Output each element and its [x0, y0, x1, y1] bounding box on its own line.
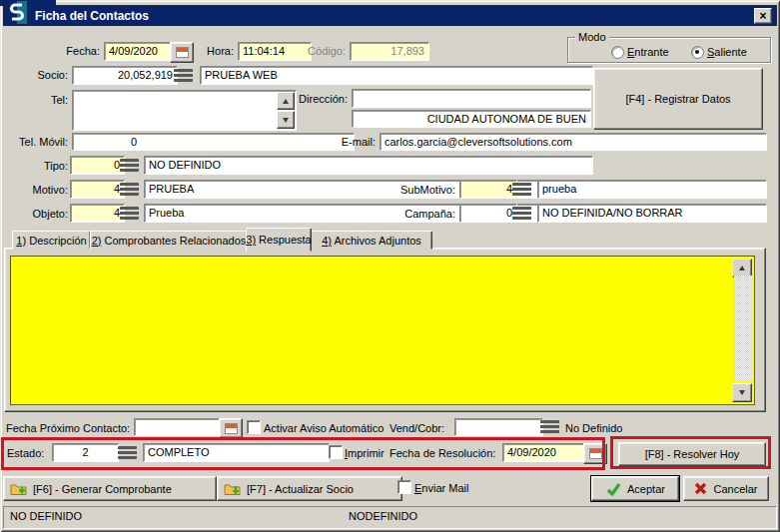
- fecha-label: Fecha:: [30, 45, 100, 58]
- saliente-radio-label[interactable]: Saliente: [707, 46, 747, 59]
- registrar-datos-button[interactable]: [F4] - Registrar Datos: [593, 68, 763, 130]
- email-label: E-mail:: [296, 136, 376, 149]
- fecha-proximo-calendar-button[interactable]: [219, 418, 243, 438]
- enviar-mail-label[interactable]: Enviar Mail: [414, 482, 468, 495]
- x-icon: [694, 482, 707, 495]
- submotivo-code-input[interactable]: 4: [459, 180, 517, 199]
- campana-code-input[interactable]: 0: [459, 204, 517, 223]
- estado-lookup-icon[interactable]: [118, 446, 137, 459]
- calendar-icon: [589, 448, 602, 459]
- resolver-hoy-button[interactable]: [F8] - Resolver Hoy: [618, 442, 766, 466]
- folder-plus-icon: [10, 482, 27, 495]
- hora-label: Hora:: [194, 45, 234, 58]
- submotivo-label: SubMotivo:: [376, 184, 455, 197]
- campana-label: Campaña:: [376, 208, 455, 221]
- status-bar: NO DEFINIDO NODEFINIDO: [3, 506, 777, 529]
- estado-label: Estado:: [7, 447, 44, 460]
- imprimir-checkbox[interactable]: [329, 445, 343, 459]
- vend-cobr-lookup-icon[interactable]: [540, 420, 559, 433]
- fecha-input[interactable]: 4/09/2020: [104, 42, 176, 61]
- codigo-label: Código:: [280, 45, 346, 58]
- socio-code-input[interactable]: 20,052,919: [72, 66, 178, 85]
- generar-comprobante-button[interactable]: [F6] - Generar Comprobante: [3, 476, 217, 501]
- campana-lookup-icon[interactable]: [512, 207, 531, 220]
- fecha-proximo-contacto-input[interactable]: [134, 418, 225, 436]
- status-right: NODEFINIDO: [349, 510, 417, 523]
- objeto-lookup-icon[interactable]: [120, 207, 139, 220]
- actualizar-socio-button[interactable]: [F7] - Actualizar Socio: [217, 476, 402, 501]
- tipo-code-input[interactable]: 0: [70, 156, 125, 175]
- fecha-resolucion-calendar-button[interactable]: [583, 443, 607, 464]
- estado-desc-field: COMPLETO: [143, 443, 330, 462]
- respuesta-scrollbar-track[interactable]: [734, 275, 752, 381]
- fecha-calendar-button[interactable]: [170, 42, 194, 63]
- codigo-input: 17,893: [350, 42, 429, 61]
- tab-comprobantes-relacionados[interactable]: 2) Comprobantes Relacionados: [90, 231, 248, 250]
- activar-aviso-label[interactable]: Activar Aviso Automático: [264, 422, 384, 435]
- fecha-proximo-contacto-label: Fecha Próximo Contacto:: [6, 422, 130, 435]
- fecha-resolucion-input[interactable]: 4/09/2020: [502, 443, 589, 462]
- vend-cobr-desc: No Definido: [565, 422, 622, 435]
- tab-archivos-adjuntos[interactable]: 4) Archivos Adjuntos: [311, 231, 432, 250]
- tel-scroll-down-icon[interactable]: [277, 111, 295, 129]
- tab-respuesta[interactable]: 3) Respuesta: [246, 228, 312, 252]
- ficha-del-contactos-dialog: Ficha del Contactos × Fecha: 4/09/2020 H…: [0, 0, 780, 532]
- titlebar[interactable]: Ficha del Contactos ×: [3, 5, 777, 26]
- socio-label: Socio:: [10, 69, 68, 82]
- email-input[interactable]: carlos.garcia@cleversoftsolutions.com: [380, 133, 767, 151]
- modo-group-label: Modo: [575, 31, 609, 44]
- entrante-radio-label[interactable]: Entrante: [627, 46, 669, 59]
- window-title: Ficha del Contactos: [35, 9, 149, 23]
- direccion-line1-input[interactable]: [352, 89, 591, 108]
- enviar-mail-checkbox[interactable]: [397, 480, 411, 494]
- tipo-lookup-icon[interactable]: [120, 159, 139, 172]
- submotivo-desc-field: prueba: [537, 180, 767, 199]
- check-icon: [605, 482, 621, 496]
- objeto-code-input[interactable]: 4: [70, 204, 125, 223]
- vend-cobr-label: Vend/Cobr:: [390, 422, 444, 435]
- socio-lookup-icon[interactable]: [174, 69, 193, 82]
- motivo-lookup-icon[interactable]: [120, 183, 139, 196]
- objeto-label: Objeto:: [12, 208, 68, 221]
- direccion-label: Dirección:: [290, 93, 348, 106]
- tel-label: Tel:: [28, 94, 68, 107]
- motivo-label: Motivo:: [12, 184, 68, 197]
- tipo-label: Tipo:: [18, 160, 68, 173]
- status-left: NO DEFINIDO: [10, 510, 82, 523]
- close-icon[interactable]: ×: [754, 8, 772, 24]
- imprimir-label[interactable]: Imprimir: [345, 447, 385, 460]
- respuesta-textarea[interactable]: [10, 256, 755, 405]
- activar-aviso-checkbox[interactable]: [247, 420, 261, 434]
- estado-code-input[interactable]: 2: [52, 443, 119, 462]
- vend-cobr-input[interactable]: [454, 418, 543, 436]
- app-logo-icon: [7, 1, 27, 24]
- direccion-line2-input[interactable]: CIUDAD AUTONOMA DE BUEN: [352, 110, 591, 128]
- fecha-resolucion-label: Fecha de Resolución:: [390, 447, 495, 460]
- respuesta-scroll-down-icon[interactable]: [732, 383, 752, 402]
- socio-name-field: PRUEBA WEB: [200, 66, 593, 85]
- motivo-code-input[interactable]: 4: [70, 180, 125, 199]
- folder-download-icon: [224, 482, 241, 495]
- entrante-radio[interactable]: [611, 46, 624, 59]
- submotivo-lookup-icon[interactable]: [512, 183, 531, 196]
- tel-input[interactable]: [72, 90, 297, 131]
- campana-desc-field: NO DEFINIDA/NO BORRAR: [537, 204, 767, 223]
- calendar-icon: [225, 423, 238, 434]
- calendar-icon: [176, 47, 189, 58]
- tab-descripcion[interactable]: 1) Descripción: [12, 231, 91, 250]
- saliente-radio[interactable]: [691, 46, 704, 59]
- cancelar-button[interactable]: Cancelar: [683, 476, 769, 501]
- tipo-desc-field: NO DEFINIDO: [144, 156, 593, 175]
- aceptar-button[interactable]: Aceptar: [591, 476, 679, 501]
- tel-movil-label: Tel. Móvil:: [8, 136, 68, 149]
